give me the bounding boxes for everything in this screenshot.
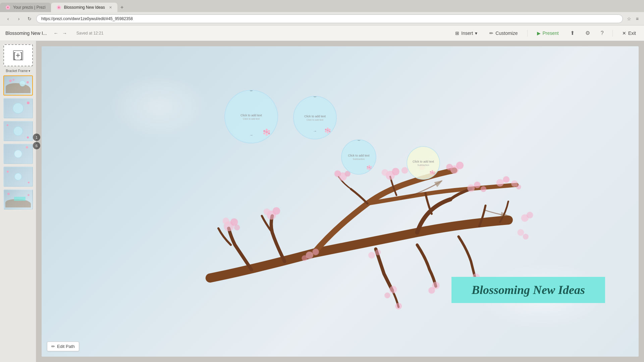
frame-1-click-text[interactable]: Click to add text (240, 114, 262, 117)
svg-point-66 (433, 171, 435, 173)
frame-4-sub-text: Subtraction (417, 164, 429, 166)
present-label: Present (543, 31, 559, 36)
svg-point-59 (370, 166, 372, 168)
svg-point-5 (273, 207, 280, 215)
exit-icon: ✕ (622, 31, 626, 36)
forward-button[interactable]: › (15, 15, 23, 23)
slide-item-2[interactable]: 2 (3, 98, 33, 118)
circle-frame-1[interactable]: 2 Click to add text Click to add text (224, 90, 278, 143)
svg-point-32 (368, 252, 375, 259)
redo-button[interactable]: → (61, 29, 68, 37)
tab-label-1: Your prezis | Prezi (13, 5, 46, 10)
circle-frame-3[interactable]: ▶ Click to add text Subtraction (341, 139, 376, 175)
add-frame-label: Bracket Frame ▾ (6, 69, 30, 73)
prezi-canvas[interactable]: 2 Click to add text Click to add text (42, 46, 639, 357)
frame-3-sub-text: Subtraction (353, 158, 365, 160)
slide-thumbnail-4[interactable] (3, 144, 33, 164)
svg-point-35 (312, 249, 319, 255)
svg-point-6 (264, 208, 270, 215)
tab-favicon-1: 🌸 (5, 5, 10, 10)
svg-point-69 (430, 173, 432, 175)
add-frame-plus-icon: [+] (13, 50, 23, 60)
add-frame-button[interactable]: [+] (3, 44, 33, 66)
app-header-right: ⊞ Insert ▾ ✏ Customize ▶ Present ⬆ ⚙ ? ✕… (452, 28, 639, 38)
svg-point-56 (325, 129, 327, 130)
svg-point-47 (266, 134, 268, 136)
insert-chevron: ▾ (475, 31, 477, 36)
svg-point-20 (481, 186, 486, 192)
frame-2-click-text[interactable]: Click to add text (304, 115, 326, 118)
slide-item-4[interactable]: 4 (3, 144, 33, 164)
slide-thumbnail-2[interactable] (3, 98, 33, 118)
customize-icon: ✏ (489, 31, 493, 36)
svg-point-51 (327, 128, 329, 129)
path-number-1: 1 (33, 134, 40, 141)
frame-1-sub-text: Click to add text (243, 118, 260, 120)
tab-blossoming[interactable]: 🌸 Blossoming New Ideas ✕ (51, 3, 117, 12)
frame-4-click-text[interactable]: Click to add text (413, 160, 434, 163)
help-button[interactable]: ? (599, 29, 606, 38)
back-button[interactable]: ‹ (4, 15, 12, 23)
svg-point-54 (327, 132, 329, 133)
address-input[interactable]: https://prezi.com/dwvr1ze0ywul/edit/#45_… (41, 16, 618, 21)
frame-arrow-1: → (249, 133, 253, 137)
svg-point-40 (523, 234, 529, 239)
svg-point-11 (392, 168, 399, 175)
undo-button[interactable]: ← (52, 29, 60, 37)
svg-point-36 (302, 255, 307, 261)
slide-thumbnail-6[interactable] (3, 189, 33, 209)
slide-thumbnail-5[interactable] (3, 167, 33, 187)
refresh-button[interactable]: ↻ (25, 15, 34, 23)
frame-arrow-2: → (313, 129, 317, 133)
app-title: Blossoming New I... (5, 31, 47, 36)
svg-point-62 (367, 168, 369, 170)
new-tab-button[interactable]: + (117, 3, 127, 12)
exit-label: Exit (628, 31, 636, 36)
svg-point-33 (375, 249, 381, 255)
header-divider (527, 30, 528, 37)
frame-3-click-text[interactable]: Click to add text (348, 154, 369, 157)
browser-toolbar: ‹ › ↻ https://prezi.com/dwvr1ze0ywul/edi… (0, 12, 644, 25)
svg-point-26 (395, 303, 402, 309)
edit-path-button[interactable]: ✏ Edit Path (47, 342, 79, 351)
customize-button[interactable]: ✏ Customize (487, 29, 520, 37)
slide-item-5[interactable]: 5 (3, 167, 33, 187)
svg-point-19 (474, 182, 481, 188)
settings-app-button[interactable]: ⚙ (583, 28, 592, 38)
insert-button[interactable]: ⊞ Insert ▾ (452, 29, 480, 37)
svg-point-65 (432, 170, 433, 172)
canvas-area[interactable]: 2 Click to add text Click to add text (36, 41, 644, 362)
circle-frame-2[interactable]: 3 Click to add text Click to add text → (293, 96, 337, 139)
title-banner[interactable]: Blossoming New Ideas (451, 277, 605, 303)
slide-thumbnail-3[interactable] (3, 121, 33, 141)
insert-label: Insert (461, 31, 473, 36)
present-button[interactable]: ▶ Present (534, 29, 561, 37)
header-divider-2 (612, 30, 613, 37)
svg-point-64 (431, 172, 433, 174)
svg-point-50 (327, 129, 329, 132)
svg-point-61 (369, 169, 370, 171)
circle-frame-4[interactable]: Click to add text Subtraction (407, 146, 440, 180)
exit-button[interactable]: ✕ Exit (620, 29, 639, 37)
settings-icon[interactable]: ≡ (635, 15, 640, 23)
slide-thumbnail-1[interactable] (3, 75, 33, 96)
svg-point-15 (446, 164, 453, 171)
bookmark-icon[interactable]: ☆ (626, 15, 633, 23)
app-header: Blossoming New I... ← → Saved at 12:21 ⊞… (0, 25, 644, 41)
share-button[interactable]: ⬆ (568, 28, 577, 38)
svg-point-14 (456, 162, 464, 169)
frame-dot-2: 2 (249, 90, 254, 91)
svg-point-8 (334, 170, 341, 177)
slide-item-1[interactable]: 1 (3, 75, 33, 96)
customize-label: Customize (495, 31, 518, 36)
slide-item-6[interactable]: 6 (3, 189, 33, 209)
edit-path-label: Edit Path (57, 344, 75, 349)
svg-point-27 (384, 293, 390, 298)
tab-close-button[interactable]: ✕ (109, 5, 112, 10)
svg-point-25 (389, 286, 397, 293)
address-bar[interactable]: https://prezi.com/dwvr1ze0ywul/edit/#45_… (36, 14, 623, 23)
slide-item-3[interactable]: 3 (3, 121, 33, 141)
tab-your-prezis[interactable]: 🌸 Your prezis | Prezi (0, 3, 51, 12)
svg-point-43 (265, 131, 268, 133)
present-icon: ▶ (537, 31, 541, 36)
